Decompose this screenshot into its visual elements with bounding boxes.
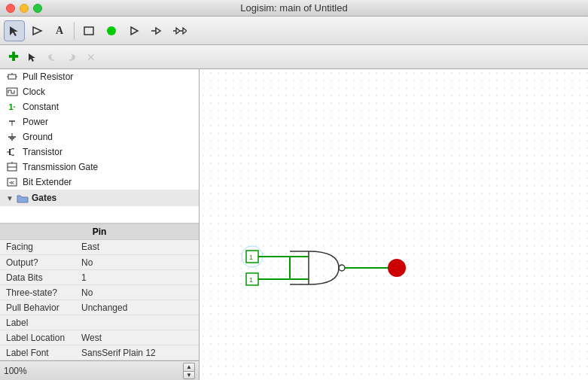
prop-row-pullbehavior: Pull Behavior Unchanged	[0, 300, 199, 315]
select-tool-button[interactable]	[4, 20, 25, 41]
prop-label-value[interactable]	[75, 315, 199, 330]
circuit-canvas: 1 1	[200, 69, 588, 380]
main-toolbar: A	[0, 17, 588, 45]
prop-labellocation-key: Label Location	[0, 330, 75, 345]
constant-label: Constant	[23, 102, 59, 112]
pull-resistor-label: Pull Resistor	[23, 71, 73, 82]
clock-icon	[6, 86, 18, 98]
clock-label: Clock	[23, 87, 45, 97]
prop-label-key: Label	[0, 315, 75, 330]
shape1-button[interactable]	[146, 20, 167, 41]
add-component-button[interactable]: ✚	[4, 48, 22, 66]
undo-button[interactable]	[43, 48, 61, 66]
properties-table: Facing East Output? No Data Bits 1 Three…	[0, 240, 199, 361]
pull-resistor-icon	[6, 71, 18, 83]
toolbar-separator-1	[74, 22, 75, 40]
close-button[interactable]	[6, 4, 15, 13]
prop-pullbehavior-key: Pull Behavior	[0, 300, 75, 315]
svg-point-42	[388, 259, 406, 277]
svg-rect-3	[8, 74, 16, 79]
secondary-toolbar: ✚ ✕	[0, 45, 588, 69]
component-clock[interactable]: Clock	[0, 84, 199, 99]
component-bit-extender[interactable]: ≪ Bit Extender	[0, 175, 199, 190]
properties-panel: Pin Facing East Output? No Data Bits 1 T…	[0, 223, 199, 361]
zoom-bar: 100% ▲ ▼	[0, 360, 199, 380]
prop-row-labellocation: Label Location West	[0, 330, 199, 345]
component-ground[interactable]: Ground	[0, 129, 199, 144]
transmission-gate-label: Transmission Gate	[23, 162, 98, 172]
prop-output-value[interactable]: No	[75, 255, 199, 270]
redo-button[interactable]	[62, 48, 81, 66]
component-constant[interactable]: 1· Constant	[0, 99, 199, 114]
traffic-lights	[6, 4, 42, 13]
prop-facing-key: Facing	[0, 240, 75, 255]
ground-icon	[6, 131, 18, 143]
transmission-gate-icon	[6, 161, 18, 173]
prop-labelfont-value[interactable]: SansSerif Plain 12	[75, 345, 199, 360]
transistor-icon	[6, 146, 18, 158]
power-icon	[6, 116, 18, 128]
canvas-area[interactable]: 1 1	[200, 69, 588, 380]
gates-category-label: Gates	[32, 193, 56, 203]
prop-row-facing: Facing East	[0, 240, 199, 255]
prop-labellocation-value[interactable]: West	[75, 330, 199, 345]
simulate-button[interactable]	[123, 20, 145, 41]
prop-threestate-value[interactable]: No	[75, 285, 199, 300]
text-tool-button[interactable]: A	[49, 20, 70, 41]
svg-rect-0	[84, 27, 93, 35]
zoom-up-button[interactable]: ▲	[183, 363, 195, 371]
shape2-button[interactable]	[169, 20, 190, 41]
prop-row-output: Output? No	[0, 255, 199, 270]
svg-text:1: 1	[249, 254, 253, 261]
svg-text:≪: ≪	[9, 180, 14, 185]
component-transistor[interactable]: Transistor	[0, 144, 199, 160]
component-transmission-gate[interactable]: Transmission Gate	[0, 160, 199, 175]
prop-row-threestate: Three-state? No	[0, 285, 199, 300]
titlebar: Logisim: main of Untitled	[0, 0, 588, 17]
and-gate-button[interactable]	[101, 20, 122, 41]
sidebar: Pull Resistor Clock 1· Constant	[0, 69, 200, 380]
prop-pullbehavior-value[interactable]: Unchanged	[75, 300, 199, 315]
zoom-level: 100%	[4, 366, 180, 376]
transistor-label: Transistor	[23, 147, 62, 157]
zoom-down-button[interactable]: ▼	[183, 371, 195, 379]
prop-databits-key: Data Bits	[0, 270, 75, 285]
constant-icon: 1·	[6, 101, 18, 113]
zoom-spinner: ▲ ▼	[183, 363, 195, 379]
maximize-button[interactable]	[33, 4, 42, 13]
component-pull-resistor[interactable]: Pull Resistor	[0, 69, 199, 84]
folder-icon	[17, 192, 29, 204]
minimize-button[interactable]	[20, 4, 29, 13]
main-content: Pull Resistor Clock 1· Constant	[0, 69, 588, 380]
category-collapse-icon: ▼	[6, 194, 14, 202]
prop-row-label: Label	[0, 315, 199, 330]
prop-output-key: Output?	[0, 255, 75, 270]
prop-facing-value[interactable]: East	[75, 240, 199, 255]
ground-label: Ground	[23, 132, 53, 142]
prop-row-labelfont: Label Font SansSerif Plain 12	[0, 345, 199, 360]
component-list: Pull Resistor Clock 1· Constant	[0, 69, 199, 223]
component-power[interactable]: Power	[0, 114, 199, 129]
rect-tool-button[interactable]	[78, 20, 99, 41]
svg-rect-25	[200, 69, 588, 380]
cursor-button[interactable]	[23, 48, 41, 66]
window-title: Logisim: main of Untitled	[240, 2, 347, 14]
category-gates[interactable]: ▼ Gates	[0, 190, 199, 206]
prop-row-databits: Data Bits 1	[0, 270, 199, 285]
properties-header: Pin	[0, 223, 199, 240]
svg-point-1	[107, 26, 116, 35]
bit-extender-icon: ≪	[6, 176, 18, 188]
arrow-tool-button[interactable]	[26, 20, 47, 41]
prop-labelfont-key: Label Font	[0, 345, 75, 360]
delete-button[interactable]: ✕	[82, 48, 100, 66]
prop-threestate-key: Three-state?	[0, 285, 75, 300]
bit-extender-label: Bit Extender	[23, 177, 72, 187]
svg-text:1: 1	[249, 276, 253, 284]
power-label: Power	[23, 117, 48, 127]
prop-databits-value[interactable]: 1	[75, 270, 199, 285]
